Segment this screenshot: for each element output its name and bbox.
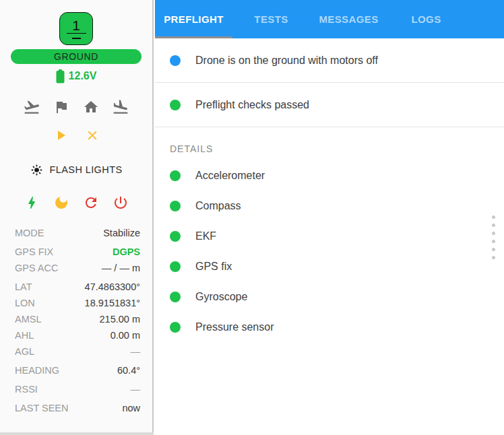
detail-item-compass[interactable]: Compass <box>155 191 504 221</box>
telemetry-value: — <box>131 346 141 357</box>
telemetry-label: LAT <box>15 281 32 292</box>
detail-item-ekf[interactable]: EKF <box>155 221 504 251</box>
tab-logs[interactable]: LOGS <box>387 0 465 38</box>
home-icon[interactable] <box>82 98 100 116</box>
telemetry-row-lon: LON 18.9151831° <box>15 295 140 311</box>
telemetry-label: RSSI <box>15 384 38 395</box>
mission-button-row <box>23 98 129 116</box>
tab-bar: PREFLIGHT TESTS MESSAGES LOGS <box>155 0 504 38</box>
telemetry-row-heading: HEADING 60.4° <box>15 362 140 378</box>
telemetry-label: LAST SEEN <box>15 403 69 413</box>
detail-item-gps-fix[interactable]: GPS fix <box>155 251 504 281</box>
drone-avatar-button[interactable]: 1 <box>59 12 93 45</box>
detail-text: GPS fix <box>195 261 232 273</box>
green-status-dot <box>170 100 181 110</box>
flight-takeoff-icon[interactable] <box>23 98 40 116</box>
status-row-ground[interactable]: Drone is on the ground with motors off <box>155 38 504 83</box>
status-text: Drone is on the ground with motors off <box>195 55 378 67</box>
status-row-preflight[interactable]: Preflight checks passed <box>155 83 504 127</box>
tab-preflight[interactable]: PREFLIGHT <box>155 0 232 38</box>
tab-messages[interactable]: MESSAGES <box>310 0 387 38</box>
drone-status-sidebar: 1 GROUND 12.6V <box>0 0 154 435</box>
telemetry-row-rssi: RSSI — <box>15 381 140 397</box>
play-icon[interactable] <box>52 127 69 144</box>
battery-status: 12.6V <box>56 69 97 83</box>
telemetry-label: GPS ACC <box>15 263 58 273</box>
green-status-dot <box>170 170 181 181</box>
power-button-row <box>23 194 129 211</box>
flight-land-icon[interactable] <box>112 98 129 116</box>
telemetry-value: 0.00 m <box>111 330 140 341</box>
status-text: Preflight checks passed <box>195 99 309 111</box>
details-list: Accelerometer Compass EKF GPS fix Gyrosc… <box>155 160 504 342</box>
green-status-dot <box>170 231 181 242</box>
telemetry-row-last-seen: LAST SEEN now <box>15 400 140 416</box>
telemetry-row-lat: LAT 47.4863300° <box>15 279 140 295</box>
tab-label: PREFLIGHT <box>164 13 224 25</box>
telemetry-row-agl: AGL — <box>15 343 140 360</box>
status-badge-label: GROUND <box>54 51 98 62</box>
drone-id: 1 <box>72 18 80 32</box>
battery-voltage: 12.6V <box>69 70 97 82</box>
telemetry-label: AMSL <box>15 314 42 325</box>
telemetry-label: LON <box>15 298 35 308</box>
mission-action-row <box>52 127 101 144</box>
refresh-icon[interactable] <box>82 194 100 211</box>
avatar-divider <box>67 33 86 34</box>
telemetry-row-ahl: AHL 0.00 m <box>15 327 140 343</box>
preflight-panel: PREFLIGHT TESTS MESSAGES LOGS Drone is o… <box>155 0 504 435</box>
detail-item-accelerometer[interactable]: Accelerometer <box>155 160 504 191</box>
green-status-dot <box>170 322 181 333</box>
detail-text: EKF <box>195 230 216 242</box>
telemetry-value: 60.4° <box>117 365 140 376</box>
tab-label: MESSAGES <box>319 13 378 25</box>
power-icon[interactable] <box>112 194 129 211</box>
detail-text: Compass <box>195 200 241 212</box>
battery-icon <box>56 69 65 83</box>
telemetry-row-amsl: AMSL 215.00 m <box>15 311 140 327</box>
flag-icon[interactable] <box>53 98 70 116</box>
flash-lights-button[interactable]: FLASH LIGHTS <box>30 163 123 176</box>
active-tab-indicator <box>155 36 232 38</box>
tab-tests[interactable]: TESTS <box>232 0 310 38</box>
telemetry-value: now <box>122 403 140 413</box>
telemetry-value: 18.9151831° <box>85 298 140 308</box>
telemetry-value: — / — m <box>102 263 140 273</box>
sun-flare-icon <box>30 164 43 176</box>
avatar-dash <box>72 38 81 39</box>
telemetry-row-mode: MODE Stabilize <box>15 225 140 241</box>
details-section-header: DETAILS <box>155 143 504 154</box>
detail-text: Gyroscope <box>195 291 247 303</box>
blue-status-dot <box>170 55 181 66</box>
telemetry-label: AHL <box>15 330 34 341</box>
status-badge: GROUND <box>11 49 141 64</box>
telemetry-value: DGPS <box>113 246 140 257</box>
green-status-dot <box>170 201 181 211</box>
detail-item-pressure-sensor[interactable]: Pressure sensor <box>155 312 504 342</box>
telemetry-value: 47.4863300° <box>85 281 140 292</box>
lightning-bolt-icon[interactable] <box>23 194 40 211</box>
telemetry-value: 215.00 m <box>100 314 140 325</box>
tab-label: TESTS <box>254 13 288 25</box>
telemetry-label: AGL <box>15 346 34 357</box>
telemetry-label: MODE <box>15 228 44 238</box>
detail-text: Pressure sensor <box>195 321 274 333</box>
ground-control-app: 1 GROUND 12.6V <box>0 0 504 435</box>
green-status-dot <box>170 261 181 272</box>
sidebar-bottom-edge <box>0 432 154 435</box>
telemetry-label: HEADING <box>15 365 59 376</box>
green-status-dot <box>170 292 181 302</box>
detail-item-gyroscope[interactable]: Gyroscope <box>155 281 504 312</box>
telemetry-value: Stabilize <box>103 228 140 238</box>
scrollbar-dots-handle[interactable] <box>492 215 495 259</box>
close-icon[interactable] <box>84 127 101 144</box>
telemetry-value: — <box>131 384 141 395</box>
telemetry-table: MODE Stabilize GPS FIX DGPS GPS ACC — / … <box>0 225 152 416</box>
tab-label: LOGS <box>411 13 441 25</box>
detail-text: Accelerometer <box>195 170 265 182</box>
telemetry-row-gps-fix: GPS FIX DGPS <box>15 244 140 260</box>
telemetry-label: GPS FIX <box>15 246 53 257</box>
moon-sleep-icon[interactable] <box>53 194 70 211</box>
telemetry-row-gps-acc: GPS ACC — / — m <box>15 260 140 276</box>
flash-lights-label: FLASH LIGHTS <box>50 164 123 175</box>
